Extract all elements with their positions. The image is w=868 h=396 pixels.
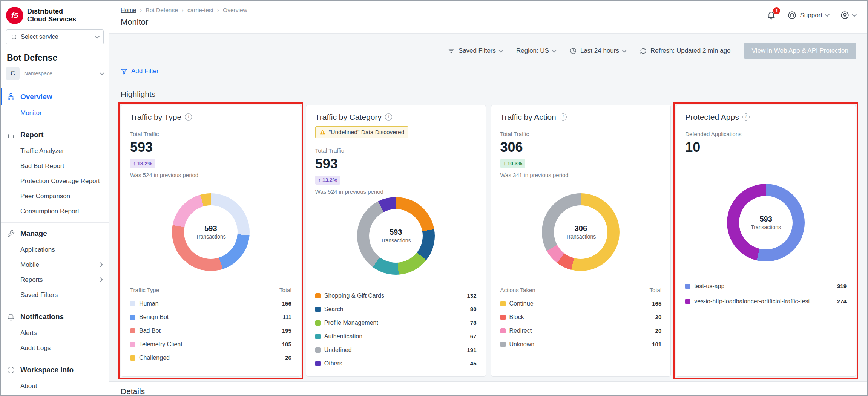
legend-item[interactable]: Unknown101	[500, 338, 662, 351]
legend-value: 78	[466, 320, 477, 326]
sidebar-item-alerts[interactable]: Alerts	[1, 326, 109, 341]
legend-swatch	[315, 320, 321, 326]
breadcrumb-overview[interactable]: Overview	[223, 7, 247, 14]
legend-item[interactable]: Continue165	[500, 297, 662, 310]
info-icon[interactable]: i	[185, 113, 192, 121]
region-label: Region: US	[516, 47, 549, 55]
sidebar-item-protection-coverage-report[interactable]: Protection Coverage Report	[1, 174, 109, 189]
sidebar-item-peer-comparison[interactable]: Peer Comparison	[1, 189, 109, 204]
delta-badge: ↑ 13.2%	[130, 159, 155, 168]
support-menu[interactable]: Support	[787, 11, 829, 20]
legend-item[interactable]: Benign Bot111	[130, 310, 291, 324]
previous-period-text: Was 524 in previous period	[130, 172, 291, 178]
legend-item[interactable]: Undefined191	[315, 343, 477, 357]
legend-label: Shopping & Gift Cards	[324, 292, 384, 299]
region-dropdown[interactable]: Region: US	[516, 47, 556, 55]
chevron-down-icon	[552, 48, 557, 53]
account-menu[interactable]	[840, 11, 856, 20]
legend-item[interactable]: test-us-app319	[685, 279, 847, 294]
header-left: Home › Bot Defense › carrie-test › Overv…	[121, 7, 247, 27]
time-range-dropdown[interactable]: Last 24 hours	[569, 47, 626, 55]
sidebar-item-report[interactable]: Report	[1, 126, 109, 144]
metric-value: 10	[685, 139, 847, 155]
donut-center-label: Transactions	[196, 234, 226, 240]
legend-item[interactable]: ves-io-http-loadbalancer-artificial-traf…	[685, 294, 847, 309]
sidebar-item-applications[interactable]: Applications	[1, 242, 109, 257]
traffic-by-action-donut[interactable]: 306 Transactions	[542, 193, 620, 271]
legend-column-total: Total	[279, 287, 291, 293]
donut-center: 306 Transactions	[542, 193, 620, 271]
namespace-selector[interactable]: C Namespace	[6, 67, 104, 80]
info-icon[interactable]: i	[560, 113, 567, 121]
sidebar-item-label: Mobile	[20, 261, 39, 269]
sidebar-item-bad-bot-report[interactable]: Bad Bot Report	[1, 159, 109, 174]
service-selector[interactable]: Select service	[6, 29, 104, 44]
legend-label: Bad Bot	[139, 327, 161, 334]
nav-group-overview: Overview Monitor	[1, 86, 109, 124]
brand-line1: Distributed	[27, 8, 76, 15]
view-in-waap-button[interactable]: View in Web App & API Protection	[744, 43, 856, 59]
donut-center: 593 Transactions	[172, 193, 250, 271]
legend-item[interactable]: Redirect20	[500, 324, 662, 338]
saved-filters-dropdown[interactable]: Saved Filters	[448, 47, 503, 55]
sidebar-item-label: Reports	[20, 276, 43, 284]
legend-item[interactable]: Telemetry Client105	[130, 338, 291, 351]
breadcrumb-home[interactable]: Home	[121, 7, 136, 14]
sidebar-item-manage[interactable]: Manage	[1, 225, 109, 242]
sidebar-item-monitor[interactable]: Monitor	[1, 105, 109, 121]
breadcrumb-separator: ›	[182, 7, 184, 14]
legend-item[interactable]: Others45	[315, 357, 477, 370]
sidebar-item-consumption-report[interactable]: Consumption Report	[1, 204, 109, 219]
protected-apps-donut[interactable]: 593 Transactions	[727, 184, 805, 261]
sidebar-item-audit-logs[interactable]: Audit Logs	[1, 341, 109, 356]
legend-value: 101	[648, 341, 661, 347]
info-icon[interactable]: i	[385, 113, 392, 121]
saved-filters-label: Saved Filters	[459, 47, 496, 55]
sidebar-item-saved-filters[interactable]: Saved Filters	[1, 287, 109, 303]
legend-label: Search	[324, 306, 344, 313]
sidebar-item-reports[interactable]: Reports	[1, 272, 109, 287]
chevron-down-icon	[622, 48, 627, 53]
sidebar-item-traffic-analyzer[interactable]: Traffic Analyzer	[1, 144, 109, 159]
legend-label: test-us-app	[694, 283, 724, 290]
legend-item[interactable]: Challenged26	[130, 351, 291, 365]
refresh-status: Refresh: Updated 2 min ago	[650, 47, 731, 55]
legend-item[interactable]: Authentication67	[315, 330, 477, 343]
sidebar-item-overview[interactable]: Overview	[1, 88, 109, 105]
sidebar-item-notifications[interactable]: Notifications	[1, 308, 109, 326]
legend-swatch	[685, 299, 690, 304]
legend-item[interactable]: Profile Management78	[315, 316, 477, 330]
breadcrumb-namespace[interactable]: carrie-test	[187, 7, 213, 14]
highlights-cards: Traffic by Type i Total Traffic 593 ↑ 13…	[121, 105, 856, 377]
notifications-button[interactable]: 1	[767, 11, 776, 20]
sidebar-item-about[interactable]: About	[1, 379, 109, 394]
delta-badge: ↑ 13.2%	[315, 176, 340, 185]
donut-center: 593 Transactions	[357, 197, 435, 275]
metric-label: Total Traffic	[500, 131, 662, 137]
legend-value: 156	[278, 300, 291, 307]
traffic-by-type-donut[interactable]: 593 Transactions	[172, 193, 250, 271]
metric-label: Defended Applications	[685, 131, 847, 137]
breadcrumb-bot-defense[interactable]: Bot Defense	[146, 7, 178, 14]
legend-value: 274	[833, 298, 847, 304]
sidebar-item-mobile[interactable]: Mobile	[1, 257, 109, 272]
legend-item[interactable]: Search80	[315, 303, 477, 316]
overview-icon	[7, 93, 15, 101]
page-header: Home › Bot Defense › carrie-test › Overv…	[109, 1, 867, 33]
legend-item[interactable]: Human156	[130, 297, 291, 310]
legend-value: 191	[463, 347, 476, 353]
funnel-icon	[121, 68, 128, 75]
brand-name: Distributed Cloud Services	[27, 8, 76, 23]
card-title: Traffic by Category	[315, 113, 382, 122]
legend-item[interactable]: Shopping & Gift Cards132	[315, 289, 477, 303]
add-filter-button[interactable]: Add Filter	[121, 67, 159, 75]
namespace-label: Namespace	[24, 70, 52, 76]
legend-item[interactable]: Bad Bot195	[130, 324, 291, 338]
legend-item[interactable]: Block20	[500, 310, 662, 324]
f5-logo: f5	[6, 7, 23, 24]
info-icon[interactable]: i	[742, 113, 750, 121]
traffic-by-category-donut[interactable]: 593 Transactions	[357, 197, 435, 275]
refresh-button[interactable]: Refresh: Updated 2 min ago	[639, 47, 731, 55]
nav-group-report: Report Traffic Analyzer Bad Bot Report P…	[1, 124, 109, 222]
sidebar-item-workspace-info[interactable]: Workspace Info	[1, 361, 109, 379]
